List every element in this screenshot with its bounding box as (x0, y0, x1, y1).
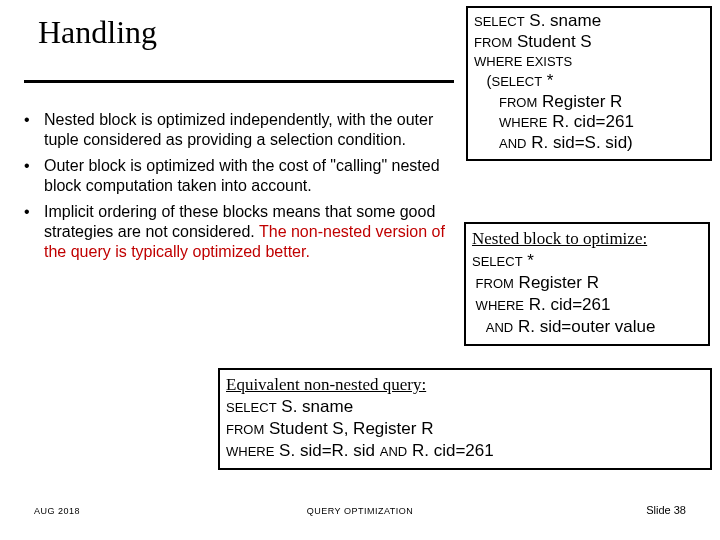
code-line: WHERE EXISTS (474, 52, 704, 70)
slide-number: Slide 38 (646, 504, 686, 516)
sql-text: Register R (514, 273, 599, 292)
list-item: • Outer block is optimized with the cost… (24, 156, 454, 196)
code-line: SELECT S. sname (474, 11, 704, 32)
code-line: FROM Student S (474, 32, 704, 53)
sql-text: * (523, 251, 534, 270)
sql-text: R. sid=outer value (513, 317, 655, 336)
sql-indent (474, 134, 499, 151)
footer-title: QUERY OPTIMIZATION (0, 506, 720, 516)
code-line: FROM Register R (474, 92, 704, 113)
bullet-text: Nested block is optimized independently,… (44, 110, 454, 150)
sql-text: R. cid=261 (547, 112, 633, 131)
code-line: AND R. sid=S. sid) (474, 133, 704, 154)
sql-keyword: FROM (499, 95, 537, 110)
sql-indent (474, 113, 499, 130)
list-item: • Nested block is optimized independentl… (24, 110, 454, 150)
page-title: Handling (38, 14, 157, 51)
list-item: • Implicit ordering of these blocks mean… (24, 202, 454, 262)
sql-text: R. sid=S. sid) (526, 133, 632, 152)
sql-text: Student S (512, 32, 591, 51)
sql-keyword: FROM (226, 422, 264, 437)
code-line: SELECT * (472, 250, 702, 272)
title-underline (24, 80, 454, 83)
sql-query-box: SELECT S. sname FROM Student S WHERE EXI… (466, 6, 712, 161)
bullet-icon: • (24, 110, 44, 150)
sql-text: R. cid=261 (524, 295, 610, 314)
bullet-text: Implicit ordering of these blocks means … (44, 202, 454, 262)
slide: Handling • Nested block is optimized ind… (0, 0, 720, 540)
code-line: SELECT S. sname (226, 396, 704, 418)
code-line: WHERE R. cid=261 (474, 112, 704, 133)
code-line: FROM Student S, Register R (226, 418, 704, 440)
sql-text: R. cid=261 (407, 441, 493, 460)
sql-keyword: WHERE (226, 444, 274, 459)
box-heading: Equivalent non-nested query: (226, 374, 704, 396)
sql-keyword: WHERE (472, 298, 524, 313)
bullet-list: • Nested block is optimized independentl… (24, 110, 454, 268)
sql-text: Student S, Register R (264, 419, 433, 438)
sql-text: S. sname (525, 11, 602, 30)
code-line: FROM Register R (472, 272, 702, 294)
sql-keyword: FROM (474, 35, 512, 50)
code-line: AND R. sid=outer value (472, 316, 702, 338)
sql-keyword: WHERE EXISTS (474, 54, 572, 69)
sql-text: * (542, 71, 553, 90)
sql-keyword: SELECT (472, 254, 523, 269)
bullet-text: Outer block is optimized with the cost o… (44, 156, 454, 196)
sql-keyword: SELECT (492, 74, 543, 89)
sql-keyword: AND (380, 444, 407, 459)
sql-keyword: WHERE (499, 115, 547, 130)
sql-indent: ( (474, 72, 492, 89)
bullet-icon: • (24, 202, 44, 262)
bullet-icon: • (24, 156, 44, 196)
sql-keyword: AND (472, 320, 513, 335)
nested-block-box: Nested block to optimize: SELECT * FROM … (464, 222, 710, 346)
sql-text: S. sname (277, 397, 354, 416)
box-heading: Nested block to optimize: (472, 228, 702, 250)
sql-keyword: SELECT (226, 400, 277, 415)
sql-text: Register R (537, 92, 622, 111)
sql-keyword: FROM (472, 276, 514, 291)
code-line: (SELECT * (474, 71, 704, 92)
code-line: WHERE R. cid=261 (472, 294, 702, 316)
sql-keyword: SELECT (474, 14, 525, 29)
equivalent-query-box: Equivalent non-nested query: SELECT S. s… (218, 368, 712, 470)
code-line: WHERE S. sid=R. sid AND R. cid=261 (226, 440, 704, 462)
sql-text: S. sid=R. sid (274, 441, 379, 460)
sql-indent (474, 93, 499, 110)
sql-keyword: AND (499, 136, 526, 151)
